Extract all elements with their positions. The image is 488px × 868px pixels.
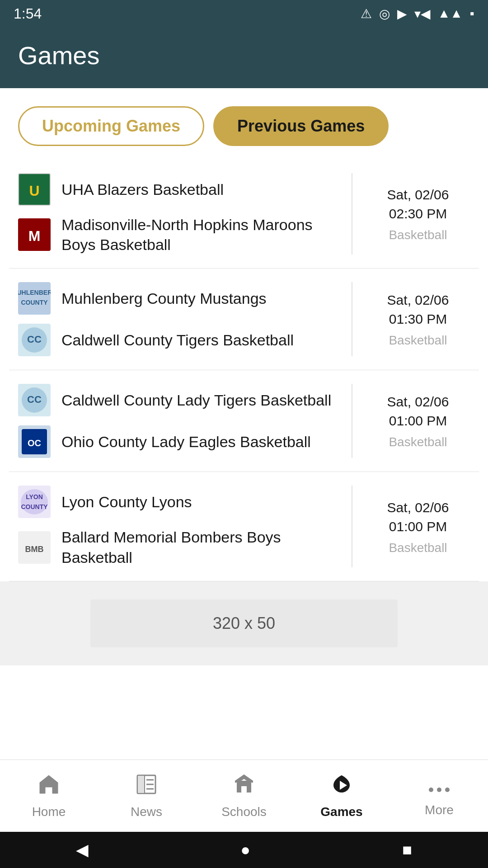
svg-point-32 xyxy=(429,788,433,792)
svg-text:COUNTY: COUNTY xyxy=(21,503,48,510)
back-button[interactable]: ◀ xyxy=(76,840,89,859)
game-date: Sat, 02/06 01:30 PM xyxy=(387,291,449,329)
team1-name: Lyon County Lyons xyxy=(61,492,192,512)
team1-name: Muhlenberg County Mustangs xyxy=(61,288,267,308)
game-info: Sat, 02/06 01:00 PM Basketball xyxy=(352,384,470,458)
game-sport: Basketball xyxy=(389,333,447,348)
game-date: Sat, 02/06 01:00 PM xyxy=(387,392,449,430)
nav-item-games[interactable]: Games xyxy=(301,773,382,819)
games-icon xyxy=(330,773,353,801)
nav-label-news: News xyxy=(131,805,162,819)
team2-name: Ballard Memorial Bombers Boys Basketball xyxy=(61,527,343,567)
game-teams: MUHLENBERG COUNTY Muhlenberg County Must… xyxy=(18,282,352,356)
team-logo-mnh: M xyxy=(18,218,51,251)
status-time: 1:54 xyxy=(14,5,42,22)
tab-previous[interactable]: Previous Games xyxy=(213,106,389,146)
game-list: U UHA Blazers Basketball M xyxy=(0,160,488,581)
team-row: LYON COUNTY Lyon County Lyons xyxy=(18,486,343,518)
home-button[interactable]: ● xyxy=(240,840,250,859)
team-row: MUHLENBERG COUNTY Muhlenberg County Must… xyxy=(18,282,343,315)
home-icon xyxy=(37,773,61,801)
team-row: U UHA Blazers Basketball xyxy=(18,173,343,206)
warning-icon: ⚠ xyxy=(361,6,372,21)
team-row: CC Caldwell County Tigers Basketball xyxy=(18,324,343,356)
team-logo-lc: LYON COUNTY xyxy=(18,486,51,518)
team-row: OC Ohio County Lady Eagles Basketball xyxy=(18,425,343,458)
ad-banner: 320 x 50 xyxy=(90,599,398,647)
game-item[interactable]: LYON COUNTY Lyon County Lyons BMB Ballar… xyxy=(9,472,479,581)
main-content: Upcoming Games Previous Games U UHA Bl xyxy=(0,88,488,760)
nav-item-more[interactable]: More xyxy=(399,774,480,817)
circle-icon: ◎ xyxy=(379,6,390,21)
game-teams: LYON COUNTY Lyon County Lyons BMB Ballar… xyxy=(18,486,352,567)
tab-upcoming[interactable]: Upcoming Games xyxy=(18,106,204,146)
svg-point-34 xyxy=(445,788,450,792)
game-info: Sat, 02/06 02:30 PM Basketball xyxy=(352,173,470,255)
svg-marker-27 xyxy=(235,774,253,783)
app-header: Games xyxy=(0,27,488,88)
bottom-nav: Home News Schools xyxy=(0,760,488,832)
team-row: CC Caldwell County Lady Tigers Basketbal… xyxy=(18,384,343,416)
svg-text:COUNTY: COUNTY xyxy=(21,299,48,306)
team-logo-cc: CC xyxy=(18,324,51,356)
svg-text:CC: CC xyxy=(27,394,42,405)
svg-text:BMB: BMB xyxy=(25,545,44,554)
team-logo-uha: U xyxy=(18,173,51,206)
svg-rect-4 xyxy=(18,282,51,315)
svg-point-33 xyxy=(437,788,441,792)
team2-name: Ohio County Lady Eagles Basketball xyxy=(61,432,311,452)
game-sport: Basketball xyxy=(389,541,447,555)
svg-text:CC: CC xyxy=(27,334,42,345)
schools-icon xyxy=(232,773,256,801)
nav-label-more: More xyxy=(425,803,454,817)
svg-rect-29 xyxy=(241,786,247,793)
play-icon: ▶ xyxy=(397,6,407,21)
nav-label-schools: Schools xyxy=(221,805,267,819)
team2-name: Caldwell County Tigers Basketball xyxy=(61,330,294,350)
svg-rect-23 xyxy=(137,775,145,793)
more-icon xyxy=(427,774,451,799)
page-title: Games xyxy=(18,41,470,70)
game-teams: U UHA Blazers Basketball M xyxy=(18,173,352,255)
signal-icon: ▲▲ xyxy=(438,6,463,21)
team-row: M Madisonville-North Hopkins Maroons Boy… xyxy=(18,215,343,255)
team-row: BMB Ballard Memorial Bombers Boys Basket… xyxy=(18,527,343,567)
game-item[interactable]: U UHA Blazers Basketball M xyxy=(9,160,479,269)
svg-text:M: M xyxy=(28,228,41,244)
game-date: Sat, 02/06 01:00 PM xyxy=(387,498,449,536)
team2-name: Madisonville-North Hopkins Maroons Boys … xyxy=(61,215,343,255)
ad-text: 320 x 50 xyxy=(213,614,275,633)
team-logo-oc: OC xyxy=(18,425,51,458)
game-info: Sat, 02/06 01:00 PM Basketball xyxy=(352,486,470,567)
recents-button[interactable]: ■ xyxy=(402,840,412,859)
team-logo-bb: BMB xyxy=(18,531,51,564)
nav-item-home[interactable]: Home xyxy=(8,773,89,819)
team1-name: Caldwell County Lady Tigers Basketball xyxy=(61,390,331,410)
team-logo-mc: MUHLENBERG COUNTY xyxy=(18,282,51,315)
svg-text:U: U xyxy=(29,183,39,199)
game-sport: Basketball xyxy=(389,228,447,242)
nav-item-news[interactable]: News xyxy=(106,773,187,819)
tab-bar: Upcoming Games Previous Games xyxy=(0,88,488,160)
status-bar: 1:54 ⚠ ◎ ▶ ▾◀ ▲▲ ▪ xyxy=(0,0,488,27)
game-info: Sat, 02/06 01:30 PM Basketball xyxy=(352,282,470,356)
battery-icon: ▪ xyxy=(470,6,474,21)
game-date: Sat, 02/06 02:30 PM xyxy=(387,185,449,223)
game-item[interactable]: MUHLENBERG COUNTY Muhlenberg County Must… xyxy=(9,269,479,370)
news-icon xyxy=(135,773,158,801)
nav-item-schools[interactable]: Schools xyxy=(203,773,285,819)
svg-text:LYON: LYON xyxy=(26,493,43,500)
game-item[interactable]: CC Caldwell County Lady Tigers Basketbal… xyxy=(9,370,479,472)
wifi-icon: ▾◀ xyxy=(414,6,431,21)
game-teams: CC Caldwell County Lady Tigers Basketbal… xyxy=(18,384,352,458)
game-sport: Basketball xyxy=(389,435,447,449)
svg-text:OC: OC xyxy=(28,438,41,448)
nav-label-games: Games xyxy=(320,805,362,819)
svg-text:MUHLENBERG: MUHLENBERG xyxy=(18,289,51,296)
team1-name: UHA Blazers Basketball xyxy=(61,179,224,199)
team-logo-cc2: CC xyxy=(18,384,51,416)
status-icons: ⚠ ◎ ▶ ▾◀ ▲▲ ▪ xyxy=(361,6,474,21)
nav-label-home: Home xyxy=(32,805,66,819)
android-nav: ◀ ● ■ xyxy=(0,832,488,868)
